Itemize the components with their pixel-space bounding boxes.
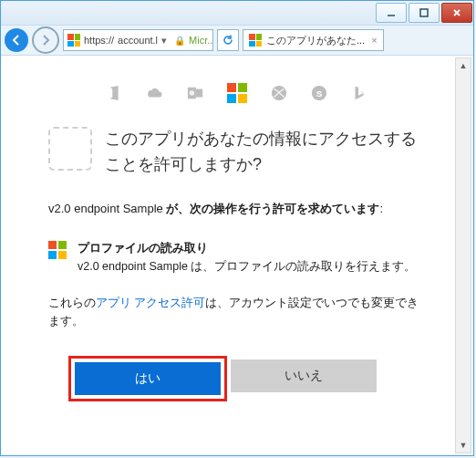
consent-headline: このアプリがあなたの情報にアクセスすることを許可しますか?	[105, 127, 426, 178]
service-icon-row: S	[48, 83, 426, 103]
tab-favicon-icon	[249, 34, 262, 47]
consent-note: これらのアプリ アクセス許可は、アカウント設定でいつでも変更できます。	[48, 294, 426, 330]
browser-toolbar: https://account.l ▾ 🔒 Micr... このアプリがあなた.…	[1, 26, 473, 56]
window-titlebar	[1, 1, 473, 26]
page-viewport: S このアプリがあなたの情報にアクセスすることを許可しますか? v2.0 end…	[1, 56, 473, 455]
app-placeholder-icon	[48, 127, 92, 171]
browser-tab[interactable]: このアプリがあなた... ×	[243, 29, 384, 51]
minimize-button[interactable]	[376, 3, 407, 23]
svg-rect-0	[420, 9, 428, 16]
svg-text:S: S	[316, 88, 323, 99]
consent-request-text: v2.0 endpoint Sample が、次の操作を行う許可を求めています:	[48, 200, 426, 219]
svg-rect-2	[196, 89, 202, 98]
consent-page: S このアプリがあなたの情報にアクセスすることを許可しますか? v2.0 end…	[1, 56, 473, 429]
permission-description: v2.0 endpoint Sample は、プロファイルの読み取りを行えます。	[78, 257, 416, 276]
tab-close-button[interactable]: ×	[371, 35, 377, 46]
url-scheme: https://	[84, 35, 114, 46]
no-button[interactable]: いいえ	[231, 359, 377, 392]
outlook-icon	[187, 85, 203, 101]
back-button[interactable]	[5, 28, 28, 52]
app-permissions-link[interactable]: アプリ アクセス許可	[96, 297, 205, 309]
request-app-name: v2.0 endpoint Sample	[48, 202, 166, 215]
yes-button-highlight: はい	[68, 356, 227, 401]
xbox-icon	[271, 85, 287, 101]
scroll-down-icon[interactable]: ▼	[456, 438, 471, 453]
permission-icon	[48, 241, 67, 259]
forward-button[interactable]	[32, 26, 59, 54]
maximize-button[interactable]	[409, 3, 440, 23]
site-identity-label: Micr...	[189, 35, 213, 46]
bing-icon	[351, 85, 367, 101]
no-button-wrap: いいえ	[227, 356, 380, 401]
lock-icon: 🔒	[174, 36, 185, 46]
request-bold: が、次の操作を行う許可を求めています	[166, 202, 379, 215]
microsoft-logo-icon	[227, 83, 247, 103]
url-host: account.l	[118, 35, 158, 46]
permission-item: プロファイルの読み取り v2.0 endpoint Sample は、プロファイ…	[48, 239, 426, 276]
url-dropdown-icon[interactable]: ▾	[161, 35, 167, 47]
consent-header: このアプリがあなたの情報にアクセスすることを許可しますか?	[48, 127, 426, 178]
office-icon	[107, 85, 123, 101]
permission-title: プロファイルの読み取り	[78, 239, 416, 257]
svg-point-3	[190, 90, 194, 95]
request-suffix: :	[379, 202, 383, 215]
onedrive-icon	[147, 85, 163, 101]
tab-title: このアプリがあなた...	[266, 34, 365, 47]
note-before: これらの	[48, 297, 96, 309]
address-bar[interactable]: https://account.l ▾ 🔒 Micr...	[63, 29, 213, 51]
reload-button[interactable]	[217, 29, 239, 51]
titlebar-spacer	[1, 1, 375, 25]
permission-body: プロファイルの読み取り v2.0 endpoint Sample は、プロファイ…	[78, 239, 416, 276]
skype-icon: S	[311, 85, 327, 101]
scroll-up-icon[interactable]: ▲	[456, 58, 471, 73]
consent-button-row: はい いいえ	[68, 356, 426, 401]
close-button[interactable]	[441, 3, 472, 23]
yes-button[interactable]: はい	[75, 362, 221, 395]
vertical-scrollbar[interactable]: ▲ ▼	[455, 57, 471, 453]
site-favicon-icon	[67, 34, 80, 47]
browser-window: https://account.l ▾ 🔒 Micr... このアプリがあなた.…	[0, 0, 474, 456]
